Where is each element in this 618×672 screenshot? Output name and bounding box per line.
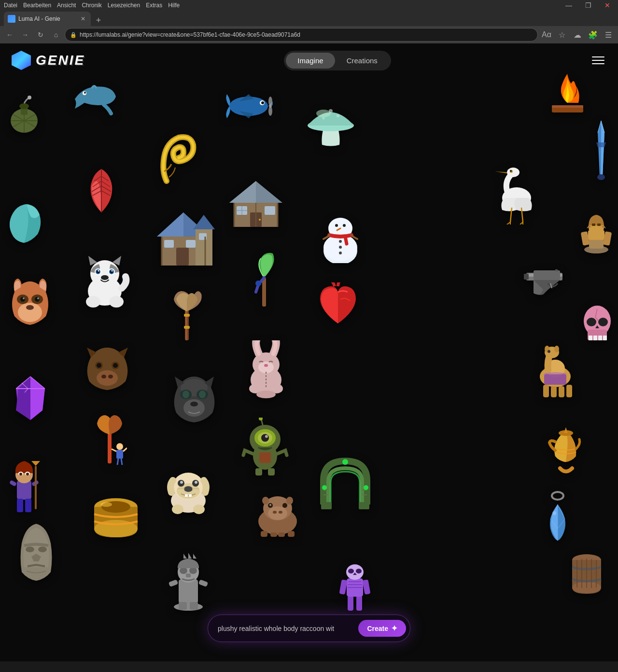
svg-rect-54: [592, 224, 595, 226]
svg-point-120: [190, 402, 198, 406]
svg-point-133: [26, 473, 29, 476]
svg-point-119: [199, 391, 206, 398]
svg-point-215: [356, 569, 362, 574]
pocket-button[interactable]: ☁: [571, 28, 584, 42]
svg-rect-97: [524, 274, 529, 280]
tab-imagine[interactable]: Imagine: [286, 53, 335, 69]
svg-point-122: [116, 443, 123, 450]
svg-rect-105: [598, 336, 602, 340]
new-tab-button[interactable]: +: [93, 14, 104, 26]
svg-point-3: [28, 96, 31, 99]
svg-point-101: [587, 318, 596, 326]
svg-rect-170: [359, 502, 369, 509]
svg-rect-221: [186, 574, 191, 577]
svg-point-149: [282, 503, 287, 508]
svg-rect-205: [566, 385, 572, 397]
svg-point-144: [38, 546, 47, 552]
back-button[interactable]: ←: [3, 28, 16, 42]
menu-bearbeiten[interactable]: Bearbeiten: [23, 2, 51, 9]
svg-point-9: [84, 92, 86, 94]
mushroom-object: [304, 87, 357, 150]
tab-bar: Luma AI - Genie ✕ +: [0, 11, 618, 26]
forward-button[interactable]: →: [18, 28, 32, 42]
create-button[interactable]: Create ✦: [358, 620, 406, 637]
menu-chronik[interactable]: Chronik: [82, 2, 101, 9]
hamburger-line-2: [592, 60, 604, 61]
menu-datei[interactable]: Datei: [4, 2, 17, 9]
svg-point-173: [364, 485, 368, 490]
svg-rect-103: [589, 336, 592, 340]
home-button[interactable]: ⌂: [49, 28, 63, 42]
crystal-sword-object: [587, 116, 616, 183]
rabbit-plushie-object: [239, 338, 293, 401]
svg-rect-182: [185, 494, 188, 497]
svg-rect-123: [116, 450, 123, 459]
svg-rect-224: [179, 602, 187, 610]
prompt-input[interactable]: [218, 625, 354, 632]
fire-object: [546, 70, 589, 118]
svg-point-23: [329, 109, 333, 113]
svg-point-62: [343, 224, 346, 227]
svg-point-172: [322, 485, 327, 490]
svg-point-171: [342, 459, 348, 465]
svg-rect-211: [339, 579, 347, 595]
svg-point-71: [23, 297, 25, 299]
menu-lesezeichen[interactable]: Lesezeichen: [108, 2, 140, 9]
svg-point-206: [552, 492, 563, 500]
svg-point-20: [268, 106, 272, 116]
svg-point-63: [339, 240, 342, 243]
menu-extras[interactable]: Extras: [146, 2, 162, 9]
svg-point-45: [507, 168, 520, 177]
svg-point-188: [258, 362, 274, 373]
svg-point-19: [268, 97, 272, 106]
gem-pendant-object: [538, 488, 577, 546]
fantasy-warrior-object: [2, 454, 46, 517]
nav-tabs: Imagine Creations: [284, 51, 391, 70]
svg-point-69: [20, 297, 25, 302]
tab-close-button[interactable]: ✕: [79, 15, 87, 23]
svg-rect-167: [268, 468, 275, 476]
svg-point-2: [19, 103, 29, 109]
svg-rect-138: [35, 466, 37, 509]
svg-point-189: [264, 364, 268, 367]
gun-object: [521, 261, 579, 299]
svg-point-61: [335, 224, 338, 227]
svg-rect-135: [25, 499, 31, 512]
svg-point-184: [172, 504, 183, 514]
svg-rect-203: [551, 386, 557, 397]
address-bar[interactable]: 🔒 https://lumalabs.ai/genie?view=create&…: [65, 28, 538, 42]
toolbar-actions: Aα ☆ ☁ 🧩 ☰: [540, 28, 615, 42]
svg-line-124: [112, 449, 116, 451]
hamburger-line-1: [592, 56, 604, 57]
reload-button[interactable]: ↻: [34, 28, 47, 42]
stone-idol-object: [164, 546, 212, 613]
game-object-misc: [565, 550, 608, 599]
svg-point-22: [316, 110, 331, 117]
more-button[interactable]: ☰: [602, 28, 615, 42]
browser-window: Datei Bearbeiten Ansicht Chronik Lesezei…: [0, 0, 618, 43]
tab-favicon: [8, 15, 15, 23]
svg-rect-156: [270, 532, 277, 537]
svg-point-181: [184, 486, 193, 492]
svg-point-72: [37, 297, 39, 299]
svg-point-12: [597, 174, 605, 180]
svg-point-199: [554, 346, 559, 352]
browser-tab[interactable]: Luma AI - Genie ✕: [4, 12, 91, 26]
bookmark-star-button[interactable]: ☆: [555, 28, 569, 42]
svg-rect-212: [362, 579, 370, 595]
svg-rect-136: [9, 480, 17, 487]
svg-rect-11: [552, 105, 583, 108]
svg-rect-38: [176, 248, 189, 266]
menu-ansicht[interactable]: Ansicht: [57, 2, 76, 9]
svg-point-65: [339, 252, 342, 254]
hamburger-menu-button[interactable]: [590, 55, 606, 66]
translate-button[interactable]: Aα: [540, 28, 553, 42]
extensions-button[interactable]: 🧩: [586, 28, 600, 42]
svg-point-73: [26, 305, 34, 310]
svg-rect-87: [262, 278, 266, 307]
menu-hilfe[interactable]: Hilfe: [168, 2, 180, 9]
svg-point-216: [174, 603, 203, 611]
skull-object: [579, 299, 616, 348]
tab-creations[interactable]: Creations: [335, 53, 389, 69]
svg-rect-39: [164, 240, 174, 248]
